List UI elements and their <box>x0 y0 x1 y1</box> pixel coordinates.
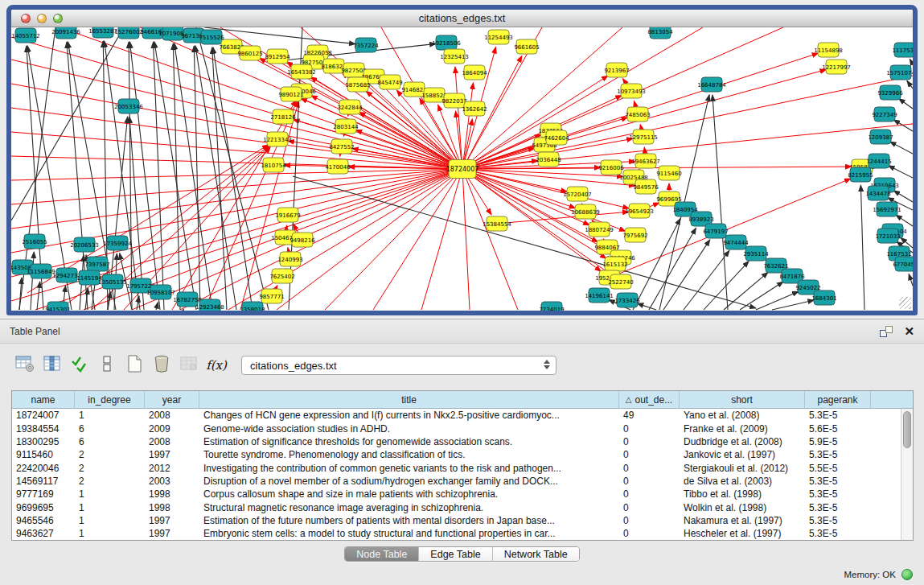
column-header-short[interactable]: short <box>680 391 805 408</box>
graph-node-label: 6479197 <box>703 229 728 235</box>
graph-edge[interactable] <box>704 262 749 310</box>
graph-edge[interactable] <box>644 147 645 153</box>
column-chooser-button[interactable] <box>39 352 66 379</box>
row-height-button[interactable] <box>93 352 121 379</box>
table-cell: 5.3E-5 <box>805 528 871 539</box>
graph-edge[interactable] <box>421 177 460 310</box>
table-cell: Franke et al. (2009) <box>680 423 805 435</box>
graph-node-label: 1434478 <box>865 191 890 197</box>
scrollbar-thumb[interactable] <box>903 411 911 448</box>
graph-edge[interactable] <box>470 27 703 165</box>
table-vertical-scrollbar[interactable] <box>901 409 913 540</box>
graph-edge[interactable] <box>889 166 913 178</box>
tab-network-table[interactable]: Network Table <box>492 547 579 561</box>
new-column-button[interactable] <box>121 352 148 379</box>
table-row[interactable]: 911546021997Tourette syndrome. Phenomeno… <box>12 448 901 461</box>
column-header-name[interactable]: name <box>12 391 75 408</box>
graph-edge[interactable] <box>466 176 518 310</box>
table-row[interactable]: 946362711997Embryonic stem cells: a mode… <box>12 527 901 540</box>
tab-node-table[interactable]: Node Table <box>345 547 418 561</box>
graph-edge[interactable] <box>860 185 864 310</box>
close-window-button[interactable] <box>21 14 31 23</box>
graph-edge[interactable] <box>180 172 455 310</box>
table-cell: Tourette syndrome. Phenomenology and cla… <box>199 449 619 460</box>
graph-edge[interactable] <box>684 250 729 310</box>
window-titlebar[interactable]: citations_edges.txt <box>11 10 913 27</box>
graph-edge[interactable] <box>325 175 457 310</box>
graph-edge[interactable] <box>909 274 913 286</box>
close-panel-icon[interactable]: ✕ <box>904 326 914 337</box>
graph-edge[interactable] <box>276 286 277 290</box>
table-row[interactable]: 1938455462009Genome-wide association stu… <box>12 422 901 435</box>
network-canvas[interactable]: 1405571220091436165532871527600294661601… <box>11 27 913 311</box>
table-row[interactable]: 946554611997Estimation of the future num… <box>12 514 901 527</box>
graph-edge[interactable] <box>640 125 641 130</box>
graph-edge[interactable] <box>156 303 158 310</box>
table-row[interactable]: 969969511998Structural magnetic resonanc… <box>12 501 901 513</box>
graph-edge[interactable] <box>713 95 728 310</box>
table-row[interactable]: 977716911998Corpus callosum shape and si… <box>12 488 901 501</box>
zoom-window-button[interactable] <box>53 14 63 23</box>
graph-edge[interactable] <box>470 171 630 208</box>
table-cell: 1997 <box>145 515 199 526</box>
graph-edge[interactable] <box>154 42 164 310</box>
graph-edge[interactable] <box>663 240 710 310</box>
graph-edge[interactable] <box>505 212 629 223</box>
table-cell: 2003 <box>145 476 199 487</box>
graph-edge[interactable] <box>899 99 913 109</box>
graph-edge[interactable] <box>463 177 470 310</box>
table-mode-button[interactable] <box>11 352 39 379</box>
graph-node-label: 14055712 <box>11 33 40 39</box>
graph-edge[interactable] <box>213 47 253 310</box>
column-header-title[interactable]: title <box>199 391 619 408</box>
apply-checks-button[interactable] <box>66 352 93 379</box>
graph-edge[interactable] <box>373 175 458 310</box>
graph-edge[interactable] <box>890 142 913 154</box>
graph-edge[interactable] <box>11 171 454 301</box>
graph-edge[interactable] <box>907 80 913 89</box>
graph-edge[interactable] <box>173 43 180 310</box>
graph-node-label: 12217997 <box>822 64 851 71</box>
table-row[interactable]: 2242004622012Investigating the contribut… <box>12 461 901 474</box>
graph-edge[interactable] <box>649 228 696 310</box>
delete-column-button[interactable] <box>148 352 175 379</box>
graph-edge[interactable] <box>288 248 289 252</box>
graph-edge[interactable] <box>175 43 212 310</box>
column-header-pagerank[interactable]: pagerank <box>805 391 871 408</box>
table-row[interactable]: 1456911722003Disruption of a novel membe… <box>12 475 901 488</box>
graph-edge[interactable] <box>772 300 814 310</box>
function-builder-button[interactable]: f(x) <box>203 352 230 379</box>
table-cell: 22420046 <box>12 463 75 474</box>
graph-edge[interactable] <box>194 46 200 310</box>
graph-edge[interactable] <box>11 108 454 168</box>
graph-edge[interactable] <box>756 291 799 310</box>
graph-edge[interactable] <box>286 225 287 229</box>
network-view-window[interactable]: citations_edges.txt 14055712200914361655… <box>6 5 918 315</box>
graph-edge[interactable] <box>195 46 236 310</box>
tab-edge-table[interactable]: Edge Table <box>418 547 491 561</box>
resize-grip[interactable] <box>899 297 911 309</box>
float-panel-icon[interactable] <box>880 326 893 337</box>
table-cell: 5.3E-5 <box>805 449 871 460</box>
graph-edge[interactable] <box>910 59 913 64</box>
minimize-window-button[interactable] <box>37 14 47 23</box>
table-cell: 1997 <box>145 528 199 539</box>
graph-edge[interactable] <box>724 272 768 310</box>
graph-edge[interactable] <box>637 303 656 310</box>
table-cell: 2008 <box>145 410 199 421</box>
column-header-out_de[interactable]: △out_de... <box>619 391 680 408</box>
graph-edge[interactable] <box>893 191 913 202</box>
application-desktop: citations_edges.txt 14055712200914361655… <box>0 0 924 319</box>
memory-status-indicator[interactable] <box>901 569 913 580</box>
graph-edge[interactable] <box>196 27 269 310</box>
table-selector-combobox[interactable]: citations_edges.txt <box>241 356 556 375</box>
graph-edge[interactable] <box>11 132 454 168</box>
table-row[interactable]: 1872400712008Changes of HCN gene express… <box>12 409 901 422</box>
column-header-in_degree[interactable]: in_degree <box>75 391 145 408</box>
table-selector-value: citations_edges.txt <box>250 360 337 372</box>
graph-edge[interactable] <box>129 42 132 310</box>
graph-edge[interactable] <box>634 101 635 107</box>
column-header-year[interactable]: year <box>145 391 199 408</box>
table-row[interactable]: 1830029562008Estimation of significance … <box>12 435 901 448</box>
delete-table-button[interactable] <box>175 352 203 379</box>
